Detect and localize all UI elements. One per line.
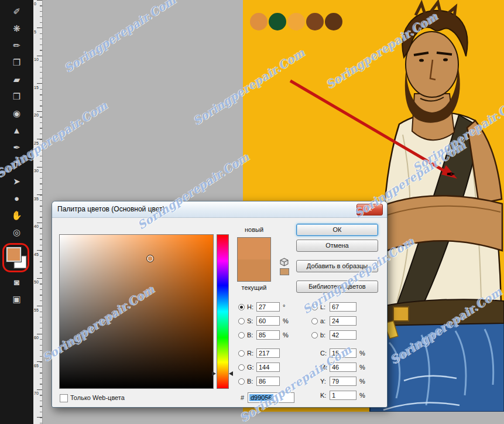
lab-b-label: b: [320,331,330,338]
saturation-radio[interactable] [238,318,245,324]
hue-input[interactable]: 27 [256,302,280,312]
screen-mode-tool[interactable]: ▣ [0,290,33,307]
toolbar-tools-top: ✐❋✏❐▰❒◉▲✒T➤●✋◎ [0,0,33,241]
green-field-row: G: 144 [238,362,283,372]
cancel-button[interactable]: Отмена [296,240,378,252]
ruler-number: 70 [34,391,39,395]
color-swatch-widget[interactable] [0,243,33,273]
lab-a-field-row: a: 24 [311,316,359,326]
hue-slider-right-arrow[interactable] [229,371,233,376]
brightness-label: B: [247,331,256,338]
lab-a-radio[interactable] [311,318,318,324]
blur-tool[interactable]: ◉ [0,105,33,122]
blue-field-row: B: 86 [238,376,283,387]
type-tool[interactable]: T [0,156,33,173]
pen-tool[interactable]: ✒ [0,139,33,156]
lab-l-label: L: [320,303,330,310]
red-field-row: R: 217 [238,348,283,358]
green-label: G: [247,364,256,371]
dialog-title: Палитра цветов (Основной цвет) [57,205,165,213]
lab-b-radio[interactable] [311,332,318,338]
color-sample-circle [306,13,324,30]
color-sample-circle [269,13,286,30]
new-color-label: новый [237,226,271,233]
zoom-tool[interactable]: ◎ [0,224,33,241]
color-field-marker[interactable] [146,255,154,262]
color-libraries-button[interactable]: Библиотеки цветов [296,281,378,293]
eyedropper-tool[interactable]: ✐ [0,3,33,20]
magenta-input[interactable]: 46 [330,363,356,372]
web-color-cube-icon[interactable] [280,258,289,266]
spray-tool[interactable]: ❋ [0,20,33,37]
paint-bucket-tool[interactable]: ❒ [0,88,33,105]
lab-l-input[interactable]: 67 [330,302,356,312]
vertical-ruler: 0510152025303540455055606570 [33,0,43,424]
eyedropper-cursor-icon: ✒ [446,167,455,181]
cyan-input[interactable]: 15 [330,348,356,358]
close-button[interactable]: ✕ [356,204,383,216]
clone-stamp-tool[interactable]: ❐ [0,54,33,71]
dialog-titlebar[interactable]: Палитра цветов (Основной цвет) [52,201,387,218]
red-radio[interactable] [238,350,245,357]
ruler-number: 60 [34,336,39,340]
lab-a-label: a: [320,317,330,324]
hue-field-row: H: 27 ° [238,302,285,312]
ruler-number: 25 [34,141,39,145]
green-radio[interactable] [238,364,245,371]
black-input[interactable]: 1 [330,391,356,400]
tool-palette: ✐❋✏❐▰❒◉▲✒T➤●✋◎ ◙▣ [0,0,33,424]
toolbar-tools-bottom: ◙▣ [0,273,33,307]
red-label: R: [247,350,256,357]
saturation-brightness-field[interactable] [59,234,214,389]
cyan-field-row: C: 15 % [311,348,365,358]
lab-b-input[interactable]: 42 [330,330,356,340]
ok-button[interactable]: ОК [296,224,378,236]
saturation-input[interactable]: 60 [256,316,280,326]
web-colors-only-checkbox[interactable] [60,394,68,402]
yellow-input[interactable]: 79 [330,377,356,386]
hue-slider-left-arrow[interactable] [212,371,216,376]
black-label: K: [320,392,330,399]
close-icon: ✕ [367,206,372,213]
ruler-number: 15 [34,86,39,90]
ruler-number: 45 [34,252,39,257]
path-select-tool[interactable]: ➤ [0,173,33,190]
blue-label: B: [247,378,256,385]
eraser-tool[interactable]: ▰ [0,71,33,88]
lab-b-field-row: b: 42 [311,330,359,340]
magenta-label: M: [320,364,330,371]
color-picker-dialog: Палитра цветов (Основной цвет) ✕ новый т… [52,201,388,408]
sharpen-tool[interactable]: ▲ [0,122,33,139]
hand-tool[interactable]: ✋ [0,207,33,224]
tutorial-highlight-ring [2,243,29,272]
hex-input[interactable]: d99056 [248,392,294,403]
ruler-number: 35 [34,197,39,201]
blue-input[interactable]: 86 [256,377,280,386]
magenta-field-row: M: 46 % [311,362,365,372]
current-color-half [238,259,270,281]
ruler-number: 55 [34,308,39,312]
hue-label: H: [247,303,256,310]
ruler-number: 20 [34,113,39,117]
add-to-swatches-button[interactable]: Добавить в образцы [296,260,378,272]
ruler-number: 10 [34,57,39,61]
color-sample-circle [287,13,305,30]
brightness-input[interactable]: 85 [256,330,280,340]
ellipse-shape-tool[interactable]: ● [0,190,33,207]
quick-mask-tool[interactable]: ◙ [0,273,33,290]
web-safe-swatch[interactable] [280,268,289,275]
lab-a-input[interactable]: 24 [330,316,356,326]
blue-radio[interactable] [238,378,245,385]
brightness-field-row: B: 85 % [238,330,289,340]
green-input[interactable]: 144 [256,363,280,372]
brush-tool[interactable]: ✏ [0,37,33,54]
hue-slider[interactable] [217,234,229,389]
new-color-half [238,238,270,259]
lab-l-field-row: L: 67 [311,302,359,312]
red-input[interactable]: 217 [256,348,280,358]
lab-l-radio[interactable] [311,304,318,310]
hue-radio[interactable] [238,304,245,310]
cyan-label: C: [320,350,330,357]
yellow-field-row: Y: 79 % [311,376,365,387]
brightness-radio[interactable] [238,332,245,338]
